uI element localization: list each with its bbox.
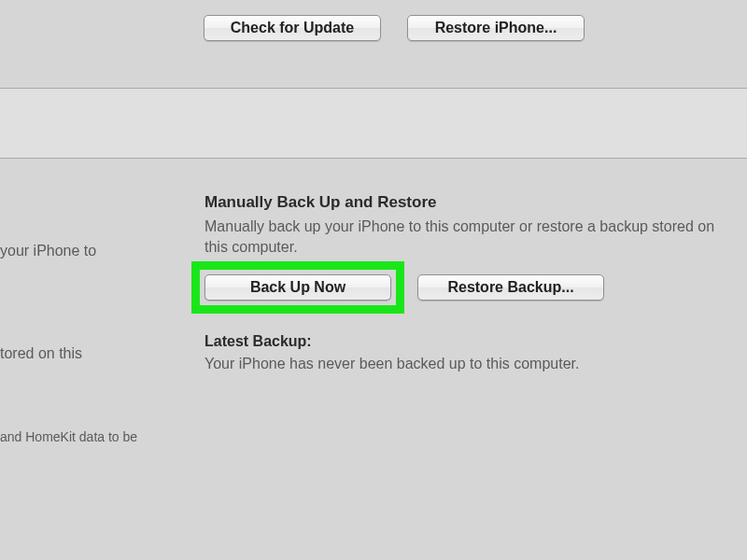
restore-iphone-button[interactable]: Restore iPhone... <box>407 15 585 41</box>
latest-backup-label: Latest Backup: <box>204 333 312 350</box>
left-cropped-text-2: tored on this <box>0 345 82 362</box>
manual-backup-description: Manually back up your iPhone to this com… <box>204 217 727 259</box>
left-cropped-text-3: and HomeKit data to be <box>0 429 137 444</box>
header-band <box>0 89 747 158</box>
check-for-update-button[interactable]: Check for Update <box>204 15 381 41</box>
manual-backup-title: Manually Back Up and Restore <box>204 193 436 212</box>
backup-button-row: Back Up Now Restore Backup... <box>204 274 604 301</box>
top-button-row: Check for Update Restore iPhone... <box>204 15 585 41</box>
back-up-now-button[interactable]: Back Up Now <box>204 274 391 301</box>
left-cropped-text-1: your iPhone to <box>0 243 140 259</box>
back-up-now-highlight: Back Up Now <box>204 274 391 301</box>
restore-backup-button[interactable]: Restore Backup... <box>417 274 604 301</box>
divider-bottom <box>0 158 747 159</box>
latest-backup-text: Your iPhone has never been backed up to … <box>204 356 579 372</box>
